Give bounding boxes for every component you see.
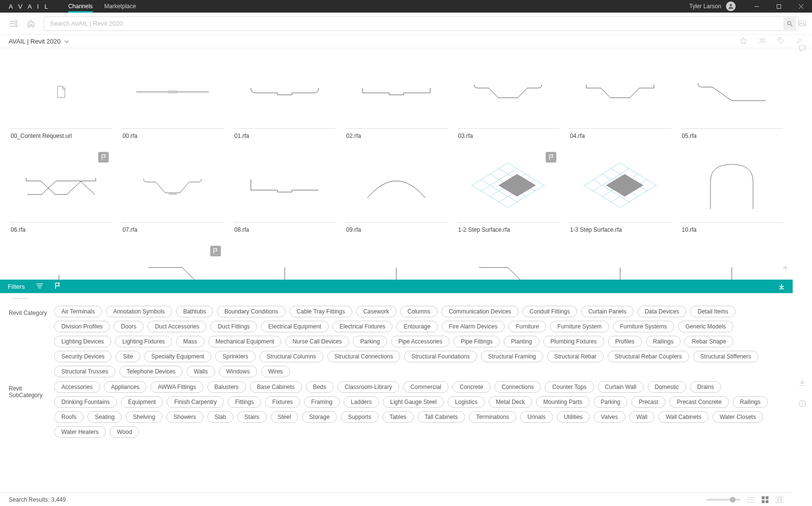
filter-pill[interactable]: Classroom-Library <box>337 381 399 393</box>
filter-pill[interactable]: Domestic <box>648 381 686 393</box>
info-icon[interactable] <box>798 399 807 409</box>
filter-pill[interactable]: Security Devices <box>54 351 112 362</box>
filter-pill[interactable]: Structural Rebar Couplers <box>608 351 689 362</box>
filter-pill[interactable]: Telephone Devices <box>119 366 183 377</box>
filter-pill[interactable]: Storage <box>302 411 337 423</box>
filter-pill[interactable]: Metal Deck <box>489 396 532 408</box>
filter-pill[interactable]: Water Heaters <box>54 426 106 438</box>
grid-item[interactable]: 06.rfa <box>10 149 112 234</box>
filter-pill[interactable]: Utilities <box>557 411 590 423</box>
user-avatar-icon[interactable] <box>726 1 736 11</box>
thumbnail-size-slider[interactable] <box>707 499 740 501</box>
filter-pill[interactable]: Precast Concrete <box>669 396 729 408</box>
filter-pill[interactable]: Air Terminals <box>54 306 102 317</box>
home-icon[interactable] <box>26 19 36 29</box>
filter-pill[interactable]: Fixtures <box>265 396 300 408</box>
breadcrumb[interactable]: AVAIL | Revit 2020 <box>9 38 69 45</box>
window-close-icon[interactable] <box>790 0 812 13</box>
tag-icon[interactable] <box>777 37 785 46</box>
grid-item[interactable]: 1-2 Step Surface.rfa <box>457 149 559 234</box>
filter-pill[interactable]: Mass <box>176 336 204 347</box>
filter-pill[interactable]: Logistics <box>448 396 485 408</box>
filter-pill[interactable]: Site <box>116 351 140 362</box>
filter-pill[interactable]: Structural Trusses <box>54 366 116 377</box>
grid-item[interactable]: 08.rfa <box>233 149 335 234</box>
filter-pill[interactable]: Specialty Equipment <box>144 351 211 362</box>
filter-pill[interactable]: Annotation Symbols <box>106 306 172 317</box>
filter-pill[interactable]: Division Profiles <box>54 321 110 332</box>
grid-item[interactable]: 10.rfa <box>681 149 783 234</box>
filter-pill[interactable]: Appliances <box>104 381 147 393</box>
filter-pill[interactable]: Tall Cabinets <box>418 411 465 423</box>
filter-pill[interactable]: Supports <box>341 411 378 423</box>
grid-item[interactable] <box>345 243 447 280</box>
filter-pill[interactable]: Nurse Call Devices <box>285 336 349 347</box>
filter-pill[interactable]: Profiles <box>608 336 642 347</box>
filter-pill[interactable]: Base Cabinets <box>250 381 302 393</box>
filter-pill[interactable]: Commercial <box>403 381 449 393</box>
star-icon[interactable] <box>740 37 747 46</box>
filter-pill[interactable]: Drinking Fountains <box>54 396 117 408</box>
filter-pill[interactable]: Wood <box>110 426 139 438</box>
grid-item[interactable] <box>121 243 223 280</box>
scroll-up-icon[interactable] <box>781 264 790 274</box>
filter-pill[interactable]: Planting <box>504 336 539 347</box>
grid-item[interactable]: 02.rfa <box>345 55 447 140</box>
grid-item[interactable]: 00_Content Request.url <box>10 55 112 140</box>
filter-pill[interactable]: Connections <box>494 381 541 393</box>
filter-pill[interactable]: Wall Cabinets <box>658 411 709 423</box>
filter-pill[interactable]: Curtain Panels <box>581 306 634 317</box>
filter-pill[interactable]: Structural Columns <box>260 351 323 362</box>
filter-pill[interactable]: Water Closets <box>712 411 763 423</box>
filter-pill[interactable]: Conduit Fittings <box>522 306 577 317</box>
filter-pill[interactable]: Ladders <box>344 396 379 408</box>
tab-channels[interactable]: Channels <box>68 0 93 13</box>
search-input[interactable] <box>50 20 783 27</box>
filter-pill[interactable]: Curtain Wall <box>598 381 644 393</box>
filter-pill[interactable]: Wall <box>629 411 655 423</box>
filter-pill[interactable]: Communication Devices <box>441 306 518 317</box>
filter-pill[interactable]: Precast <box>631 396 666 408</box>
filter-pill[interactable]: Duct Fittings <box>210 321 257 332</box>
filter-pill[interactable]: Roofs <box>54 411 84 423</box>
panel-toggle-icon[interactable] <box>9 19 18 29</box>
filter-pill[interactable]: Bathtubs <box>176 306 213 317</box>
grid-item[interactable] <box>457 243 559 280</box>
filter-pill[interactable]: Seating <box>87 411 122 423</box>
filter-pill[interactable]: Accessories <box>54 381 100 393</box>
filter-pill[interactable]: Structural Framing <box>481 351 543 362</box>
filter-pill[interactable]: Wires <box>261 366 290 377</box>
filter-pill[interactable]: Counter Tops <box>545 381 594 393</box>
filter-pill[interactable]: Structural Rebar <box>547 351 604 362</box>
filter-pill[interactable]: Columns <box>400 306 437 317</box>
grid-item[interactable]: 05.rfa <box>681 55 783 140</box>
filter-pill[interactable]: Terminations <box>469 411 516 423</box>
filter-pill[interactable]: Plumbing Fixtures <box>543 336 604 347</box>
grid-item[interactable]: 03.rfa <box>457 55 559 140</box>
filter-pill[interactable]: Furniture System <box>550 321 609 332</box>
filter-sort-icon[interactable] <box>36 283 43 290</box>
filter-pill[interactable]: Finish Carpentry <box>167 396 224 408</box>
filter-pill[interactable]: Pipe Fittings <box>453 336 500 347</box>
filter-pill[interactable]: Mechanical Equipment <box>208 336 281 347</box>
filter-pill[interactable]: Entourage <box>396 321 437 332</box>
view-list-icon[interactable] <box>746 495 755 504</box>
search-field[interactable] <box>44 16 798 31</box>
filter-pill[interactable]: Casework <box>356 306 396 317</box>
image-preview-icon[interactable] <box>798 19 807 30</box>
filter-pill[interactable]: Structural Stiffeners <box>693 351 758 362</box>
filter-pill[interactable]: Furniture Systems <box>613 321 674 332</box>
filter-pill[interactable]: Showers <box>166 411 203 423</box>
filter-pill[interactable]: Steel <box>271 411 298 423</box>
filter-pill[interactable]: Railings <box>733 396 768 408</box>
grid-item[interactable] <box>10 243 112 280</box>
filter-pill[interactable]: Parking <box>594 396 628 408</box>
filter-pill[interactable]: Generic Models <box>678 321 733 332</box>
filter-pill[interactable]: Pipe Accessories <box>391 336 450 347</box>
filter-pill[interactable]: Shelving <box>126 411 162 423</box>
filter-pill[interactable]: Valves <box>594 411 625 423</box>
filter-pill[interactable]: Duct Accessories <box>147 321 206 332</box>
filter-pill[interactable]: Walls <box>187 366 215 377</box>
filter-pill[interactable]: Equipment <box>121 396 163 408</box>
filter-pill[interactable]: Lighting Fixtures <box>115 336 172 347</box>
